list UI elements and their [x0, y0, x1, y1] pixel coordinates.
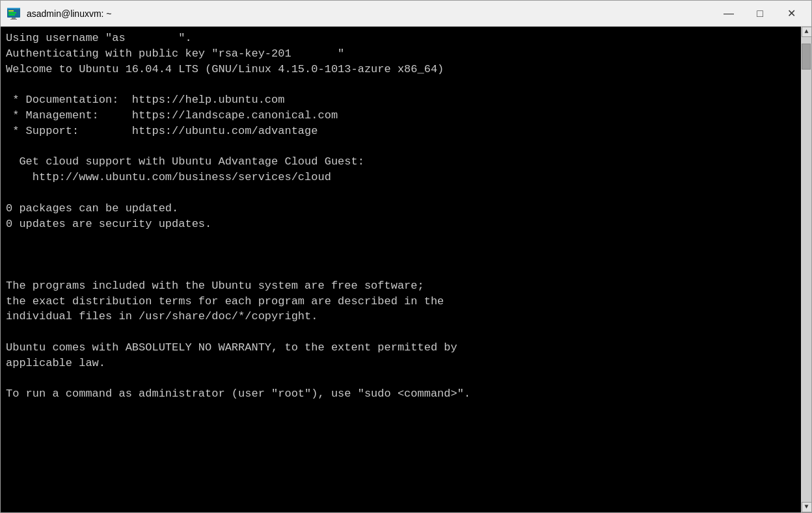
svg-rect-1 — [7, 8, 20, 9]
scrollbar[interactable]: ▲ ▼ — [801, 27, 811, 512]
svg-rect-6 — [10, 19, 17, 20]
terminal-body[interactable]: Using username "as ". Authenticating wit… — [1, 27, 811, 512]
svg-rect-3 — [8, 12, 16, 14]
terminal-content: Using username "as ". Authenticating wit… — [6, 31, 806, 402]
minimize-button[interactable]: — — [714, 4, 744, 23]
maximize-button[interactable]: □ — [745, 4, 775, 23]
terminal-icon — [6, 6, 21, 21]
window-controls: — □ ✕ — [714, 4, 806, 23]
scrollbar-track[interactable] — [802, 37, 811, 502]
scroll-down-arrow[interactable]: ▼ — [802, 502, 812, 512]
terminal-window: asadmin@linuxvm: ~ — □ ✕ Using username … — [0, 0, 812, 513]
title-bar: asadmin@linuxvm: ~ — □ ✕ — [1, 1, 811, 27]
window-title: asadmin@linuxvm: ~ — [27, 8, 714, 19]
svg-rect-5 — [12, 18, 16, 19]
svg-rect-2 — [8, 10, 14, 12]
scroll-up-arrow[interactable]: ▲ — [802, 27, 812, 37]
scrollbar-thumb[interactable] — [802, 44, 811, 70]
close-button[interactable]: ✕ — [776, 4, 806, 23]
svg-rect-4 — [8, 14, 15, 16]
